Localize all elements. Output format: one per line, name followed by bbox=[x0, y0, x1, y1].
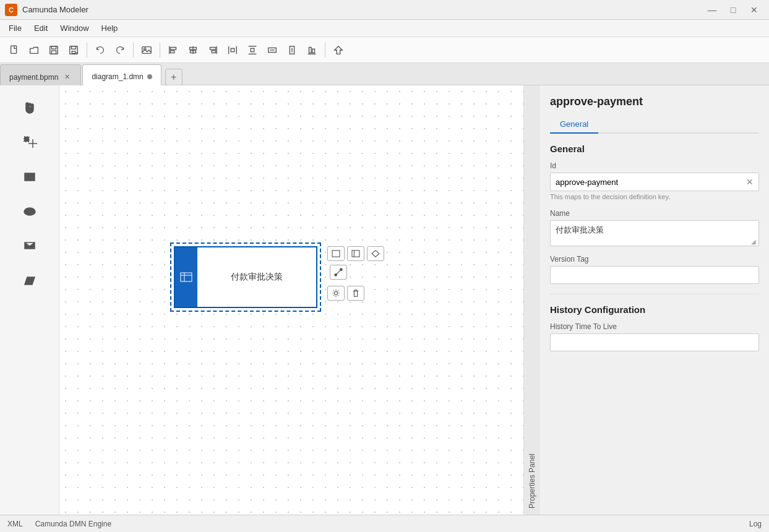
properties-panel-toggle[interactable]: Properties Panel bbox=[523, 85, 540, 515]
menu-bar: File Edit Window Help bbox=[0, 20, 769, 37]
align-right-button[interactable] bbox=[204, 41, 222, 59]
align-baseline-button[interactable] bbox=[303, 41, 321, 59]
svg-rect-32 bbox=[312, 49, 315, 53]
separator-3 bbox=[160, 43, 160, 58]
svg-rect-43 bbox=[352, 251, 359, 257]
id-clear-button[interactable]: ✕ bbox=[746, 177, 754, 187]
context-actions bbox=[327, 246, 384, 301]
separator-1 bbox=[87, 43, 87, 58]
field-id-hint: This maps to the decision definition key… bbox=[550, 193, 759, 200]
field-name-group: Name 付款审批决策 ◢ bbox=[550, 209, 759, 246]
decision-label: 付款审批决策 bbox=[197, 247, 316, 307]
field-name-label: Name bbox=[550, 209, 759, 218]
svg-point-48 bbox=[340, 268, 343, 271]
ctx-shape-btn[interactable] bbox=[347, 246, 364, 261]
svg-point-49 bbox=[334, 291, 337, 294]
section-general-title: General bbox=[550, 144, 759, 154]
toolbar-align-group bbox=[164, 41, 321, 59]
version-input[interactable] bbox=[556, 270, 754, 280]
field-version-input[interactable] bbox=[550, 266, 759, 284]
status-engine: Camunda DMN Engine bbox=[35, 520, 111, 528]
align-center-h-button[interactable] bbox=[184, 41, 202, 59]
field-httl-group: History Time To Live bbox=[550, 322, 759, 351]
canvas[interactable]: 付款审批决策 bbox=[59, 85, 523, 515]
parallelogram-tool[interactable] bbox=[10, 266, 49, 296]
dmn-decision-element[interactable]: 付款审批决策 bbox=[174, 246, 317, 308]
field-version-label: Version Tag bbox=[550, 255, 759, 264]
tab-close-payment[interactable]: ✕ bbox=[62, 72, 72, 82]
tab-payment-bpmn[interactable]: payment.bpmn ✕ bbox=[0, 64, 81, 85]
field-httl-label: History Time To Live bbox=[550, 322, 759, 331]
svg-marker-38 bbox=[25, 277, 35, 285]
save-as-button[interactable] bbox=[64, 41, 83, 59]
section-history-title: History Configuration bbox=[550, 304, 759, 315]
field-name-textarea[interactable]: 付款审批决策 ◢ bbox=[550, 220, 759, 246]
distribute-v-button[interactable] bbox=[243, 41, 262, 59]
image-button[interactable] bbox=[137, 41, 156, 59]
svg-rect-18 bbox=[210, 47, 216, 49]
distribute-h-button[interactable] bbox=[223, 41, 242, 59]
ctx-connect-btn[interactable] bbox=[330, 265, 347, 280]
title-bar: C Camunda Modeler — □ ✕ bbox=[0, 0, 769, 20]
oval-tool[interactable] bbox=[10, 197, 49, 226]
save-button[interactable] bbox=[45, 41, 63, 59]
svg-rect-22 bbox=[231, 48, 234, 51]
ctx-diamond-btn[interactable] bbox=[367, 246, 384, 261]
decision-header bbox=[175, 247, 197, 307]
tab-general[interactable]: General bbox=[550, 116, 598, 134]
section-general: General Id ✕ This maps to the decision d… bbox=[550, 144, 759, 284]
svg-rect-36 bbox=[25, 173, 35, 181]
menu-edit[interactable]: Edit bbox=[28, 22, 54, 35]
svg-marker-45 bbox=[372, 251, 379, 257]
ctx-append-btn[interactable] bbox=[327, 246, 345, 261]
menu-file[interactable]: File bbox=[2, 22, 28, 35]
svg-point-47 bbox=[335, 274, 337, 277]
side-toolbar bbox=[0, 85, 59, 515]
tab-modified-indicator bbox=[147, 74, 152, 79]
message-tool[interactable] bbox=[10, 231, 49, 261]
field-version-group: Version Tag bbox=[550, 255, 759, 284]
name-value: 付款审批决策 bbox=[556, 225, 754, 242]
status-log: Log bbox=[749, 520, 762, 528]
section-divider bbox=[550, 294, 759, 294]
resize-h-button[interactable] bbox=[263, 41, 281, 59]
svg-rect-1 bbox=[50, 46, 58, 54]
close-button[interactable]: ✕ bbox=[744, 1, 764, 19]
svg-rect-42 bbox=[332, 251, 340, 257]
svg-rect-3 bbox=[51, 50, 56, 53]
menu-help[interactable]: Help bbox=[95, 22, 124, 35]
minimize-button[interactable]: — bbox=[702, 1, 722, 19]
new-button[interactable] bbox=[5, 41, 24, 59]
panel-tabs: General bbox=[550, 116, 759, 134]
redo-button[interactable] bbox=[111, 41, 129, 59]
svg-point-37 bbox=[24, 208, 35, 215]
ctx-delete-btn[interactable] bbox=[347, 286, 364, 301]
field-id-group: Id ✕ This maps to the decision definitio… bbox=[550, 161, 759, 200]
httl-input[interactable] bbox=[556, 338, 754, 347]
id-input[interactable] bbox=[556, 178, 746, 187]
main-area: 付款审批决策 bbox=[0, 85, 769, 515]
field-httl-input[interactable] bbox=[550, 333, 759, 351]
ctx-settings-btn[interactable] bbox=[327, 286, 345, 301]
align-left-button[interactable] bbox=[164, 41, 183, 59]
field-id-input[interactable]: ✕ bbox=[550, 173, 759, 191]
context-row-3 bbox=[327, 286, 384, 301]
deploy-button[interactable] bbox=[329, 41, 348, 59]
rectangle-tool[interactable] bbox=[10, 162, 49, 192]
undo-button[interactable] bbox=[91, 41, 110, 59]
section-history: History Configuration History Time To Li… bbox=[550, 304, 759, 351]
resize-v-button[interactable] bbox=[283, 41, 301, 59]
hand-tool[interactable] bbox=[10, 93, 49, 122]
svg-rect-33 bbox=[24, 137, 29, 142]
properties-wrapper: Properties Panel approve-payment General… bbox=[523, 85, 769, 515]
maximize-button[interactable]: □ bbox=[723, 1, 743, 19]
tab-diagram-dmn[interactable]: diagram_1.dmn bbox=[82, 64, 161, 85]
svg-rect-31 bbox=[309, 47, 312, 53]
open-button[interactable] bbox=[25, 41, 43, 59]
menu-window[interactable]: Window bbox=[54, 22, 95, 35]
app-title: Camunda Modeler bbox=[22, 5, 702, 14]
tabs-bar: payment.bpmn ✕ diagram_1.dmn + bbox=[0, 63, 769, 85]
tab-add-button[interactable]: + bbox=[165, 69, 183, 86]
decision-box[interactable]: 付款审批决策 bbox=[174, 246, 317, 308]
create-tool[interactable] bbox=[10, 127, 49, 157]
